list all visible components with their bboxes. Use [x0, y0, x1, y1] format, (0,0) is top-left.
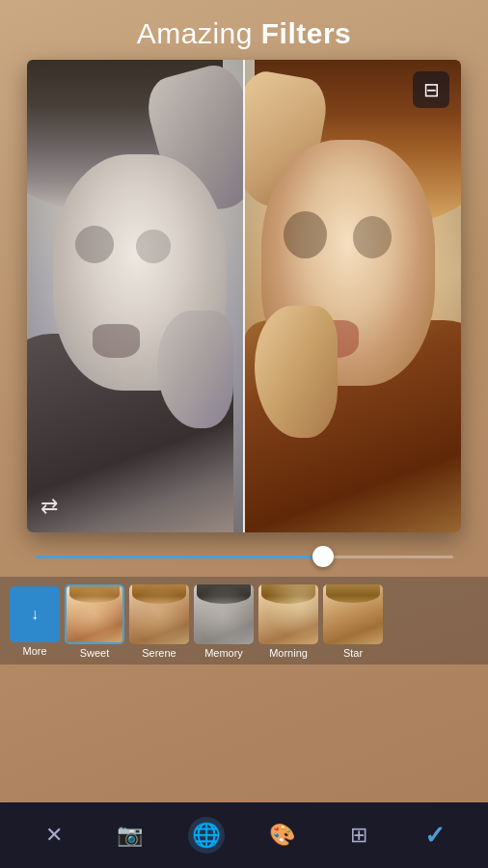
close-button[interactable]: ✕ — [34, 815, 74, 855]
slider-fill — [35, 556, 319, 558]
check-icon: ✓ — [424, 821, 446, 851]
slider-track — [35, 556, 453, 558]
filter-more-label: More — [22, 645, 46, 657]
paint-button[interactable]: 🎨 — [262, 815, 303, 855]
filter-morning-label: Morning — [269, 647, 308, 659]
filter-strip: ↓ More Sweet Serene Memory — [0, 577, 488, 665]
filter-serene-label: Serene — [142, 647, 176, 659]
download-icon: ↓ — [31, 606, 39, 623]
filter-sweet-item[interactable]: Sweet — [65, 584, 124, 659]
bottom-toolbar: ✕ 📷 🌐 🎨 ⊞ ✓ — [0, 802, 488, 868]
overlay-icon-button[interactable]: ⊟ — [413, 71, 449, 108]
close-icon: ✕ — [45, 823, 63, 848]
header: Amazing Filters — [0, 0, 488, 60]
filter-star-label: Star — [343, 647, 363, 659]
filter-serene-item[interactable]: Serene — [129, 584, 189, 659]
camera-button[interactable]: 📷 — [110, 815, 150, 855]
split-view-icon: ⊟ — [423, 78, 440, 101]
filter-morning-item[interactable]: Morning — [258, 584, 318, 659]
check-button[interactable]: ✓ — [415, 815, 455, 855]
face-icon: 🌐 — [188, 817, 225, 854]
slider-thumb[interactable] — [312, 546, 334, 567]
filter-memory-label: Memory — [204, 647, 243, 659]
paint-icon: 🎨 — [269, 823, 295, 848]
camera-icon: 📷 — [117, 823, 143, 848]
image-bw-side — [27, 60, 244, 532]
filter-sweet-label: Sweet — [80, 647, 110, 659]
filter-slider-container — [35, 546, 453, 567]
grid-button[interactable]: ⊞ — [339, 815, 379, 855]
face-button[interactable]: 🌐 — [186, 815, 227, 855]
shuffle-icon: ⇄ — [41, 494, 58, 518]
image-color-side — [244, 60, 461, 532]
filter-memory-item[interactable]: Memory — [194, 584, 254, 659]
filter-more-button[interactable]: ↓ More — [10, 586, 60, 657]
shuffle-button[interactable]: ⇄ — [41, 494, 58, 519]
image-container: ⊟ ⇄ — [27, 60, 461, 532]
split-divider — [243, 60, 245, 532]
grid-icon: ⊞ — [350, 823, 367, 848]
header-title: Amazing Filters — [137, 17, 352, 49]
filter-star-item[interactable]: Star — [323, 584, 383, 659]
